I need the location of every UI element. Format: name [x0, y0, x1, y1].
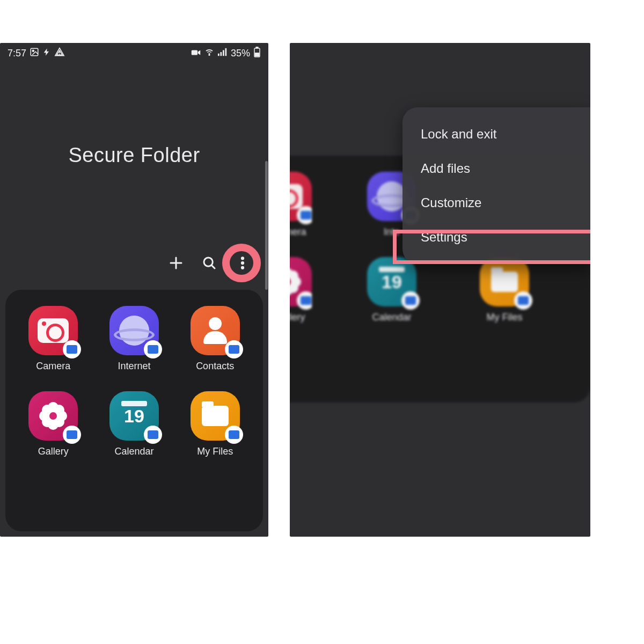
- secure-folder-badge-icon: [225, 426, 243, 444]
- secure-folder-badge-icon: [401, 291, 420, 310]
- signal-icon: [218, 48, 228, 59]
- image-icon: [30, 47, 39, 60]
- svg-rect-2: [59, 51, 60, 53]
- svg-point-5: [209, 54, 210, 55]
- status-time: 7:57: [8, 48, 26, 59]
- secure-folder-badge-icon: [297, 206, 312, 224]
- app-calendar[interactable]: 19 Calendar: [367, 257, 416, 323]
- svg-line-16: [211, 265, 215, 268]
- app-myfiles[interactable]: My Files: [191, 391, 240, 457]
- svg-rect-7: [220, 52, 222, 56]
- menu-item-add-files[interactable]: Add files: [402, 151, 590, 186]
- svg-rect-11: [256, 47, 258, 48]
- bolt-icon: [42, 47, 51, 60]
- page-title: Secure Folder: [0, 144, 268, 167]
- app-gallery[interactable]: illery: [290, 257, 312, 323]
- svg-rect-12: [255, 53, 259, 55]
- app-camera[interactable]: mera: [290, 172, 312, 238]
- app-label: Camera: [36, 361, 70, 372]
- video-icon: [191, 48, 201, 59]
- secure-folder-badge-icon: [297, 291, 312, 310]
- battery-icon: [253, 47, 261, 60]
- svg-rect-0: [31, 48, 38, 56]
- app-gallery[interactable]: Gallery: [28, 391, 78, 457]
- app-label: Calendar: [372, 312, 411, 323]
- svg-rect-4: [192, 50, 197, 55]
- battery-percent: 35%: [231, 48, 250, 59]
- app-contacts[interactable]: Contacts: [191, 306, 240, 372]
- add-button[interactable]: [165, 252, 187, 274]
- svg-rect-8: [223, 50, 224, 56]
- svg-point-18: [241, 262, 244, 265]
- toolbar: [165, 252, 253, 274]
- scrollbar[interactable]: [265, 161, 268, 290]
- secure-folder-badge-icon: [63, 426, 81, 444]
- app-label: My Files: [487, 312, 523, 323]
- svg-point-17: [241, 257, 244, 260]
- overflow-menu: Lock and exit Add files Customize Settin…: [402, 107, 590, 264]
- secure-folder-badge-icon: [225, 340, 243, 358]
- status-bar: 7:57: [0, 43, 268, 63]
- wifi-icon: [204, 48, 215, 59]
- app-label: Gallery: [38, 446, 69, 457]
- app-myfiles[interactable]: My Files: [480, 257, 529, 323]
- warning-icon: [54, 47, 65, 60]
- app-internet[interactable]: Internet: [109, 306, 159, 372]
- menu-item-lock-exit[interactable]: Lock and exit: [402, 117, 590, 151]
- svg-rect-9: [225, 48, 226, 55]
- svg-rect-3: [59, 54, 60, 55]
- secure-folder-badge-icon: [144, 340, 162, 358]
- app-label: illery: [290, 312, 305, 323]
- more-button[interactable]: [232, 252, 253, 274]
- app-calendar[interactable]: 19 Calendar: [109, 391, 159, 457]
- svg-point-1: [32, 50, 34, 52]
- secure-folder-badge-icon: [63, 340, 81, 358]
- app-label: Contacts: [196, 361, 234, 372]
- search-button[interactable]: [199, 252, 220, 274]
- phone-screen-left: 7:57: [0, 43, 268, 537]
- apps-panel: Camera Internet Contacts: [5, 290, 263, 531]
- phone-screen-right: mera Inte: [290, 43, 590, 537]
- app-label: Inte: [384, 226, 400, 238]
- secure-folder-badge-icon: [514, 291, 532, 310]
- app-camera[interactable]: Camera: [28, 306, 78, 372]
- svg-point-19: [241, 266, 244, 269]
- menu-item-customize[interactable]: Customize: [402, 186, 590, 220]
- app-label: My Files: [197, 446, 233, 457]
- app-label: Calendar: [114, 446, 153, 457]
- menu-item-settings[interactable]: Settings: [402, 220, 590, 254]
- app-label: Internet: [118, 361, 150, 372]
- secure-folder-badge-icon: [144, 426, 162, 444]
- app-label: mera: [290, 226, 306, 238]
- calendar-day: 19: [124, 406, 144, 427]
- calendar-day: 19: [382, 272, 402, 292]
- svg-rect-6: [218, 53, 219, 56]
